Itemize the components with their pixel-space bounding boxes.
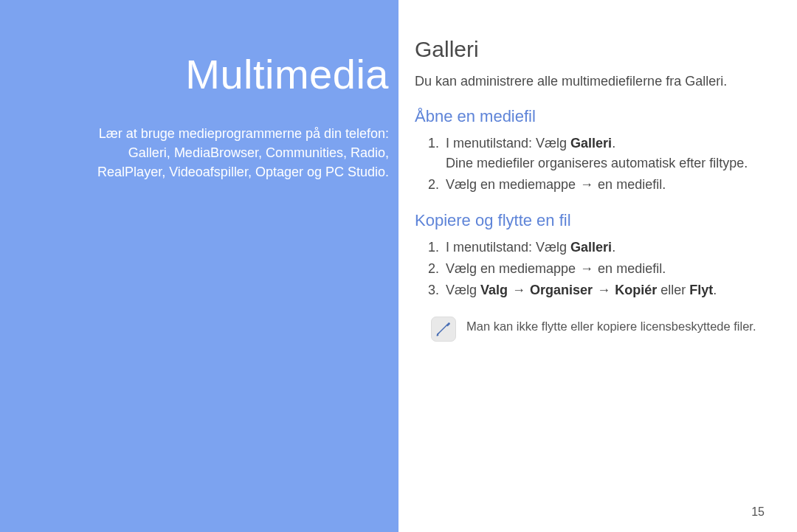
step-item: I menutilstand: Vælg Galleri. [443, 238, 775, 258]
step-text: I menutilstand: Vælg [446, 240, 570, 255]
step-text: Vælg [446, 283, 480, 297]
step-item: Vælg en mediemappe → en mediefil. [443, 259, 775, 279]
step-bold: Kopiér [615, 283, 657, 297]
arrow-icon: → [508, 283, 530, 297]
steps-list: I menutilstand: Vælg Galleri. Vælg en me… [443, 238, 775, 300]
step-text: I menutilstand: Vælg [446, 136, 570, 151]
note-callout: Man kan ikke flytte eller kopiere licens… [431, 317, 775, 342]
page-number: 15 [751, 505, 765, 519]
desc-line: RealPlayer, Videoafspiller, Optager og P… [97, 165, 389, 179]
right-panel: Galleri Du kan administrere alle multime… [398, 0, 797, 532]
step-item: Vælg en mediemappe → en mediefil. [443, 175, 775, 195]
desc-line: Galleri, MediaBrowser, Communities, Radi… [128, 145, 389, 160]
chapter-title: Multimedia [185, 50, 389, 98]
step-text: Vælg en mediemappe [446, 177, 579, 192]
arrow-icon: → [579, 261, 594, 276]
note-text: Man kan ikke flytte eller kopiere licens… [466, 317, 756, 335]
step-text: en mediefil. [594, 261, 666, 276]
steps-list: I menutilstand: Vælg Galleri. Dine medie… [443, 134, 775, 195]
step-text: . [612, 240, 615, 255]
step-bold: Organiser [530, 283, 593, 297]
step-text: Vælg en mediemappe [446, 261, 579, 276]
subsection-heading: Kopiere og flytte en fil [415, 211, 775, 230]
step-bold: Galleri [570, 136, 612, 151]
step-bold: Flyt [689, 283, 713, 297]
section-intro: Du kan administrere alle multimediefiler… [415, 72, 775, 91]
step-text: . [612, 136, 615, 151]
document-page: Multimedia Lær at bruge medieprogrammern… [0, 0, 797, 532]
note-icon [431, 317, 456, 342]
section-heading: Galleri [415, 37, 775, 62]
step-item: I menutilstand: Vælg Galleri. Dine medie… [443, 134, 775, 173]
step-text: . [713, 283, 717, 297]
step-text: en mediefil. [594, 177, 666, 192]
left-panel: Multimedia Lær at bruge medieprogrammern… [0, 0, 398, 532]
arrow-icon: → [593, 283, 615, 297]
arrow-icon: → [579, 177, 594, 192]
subsection-heading: Åbne en mediefil [415, 107, 775, 126]
step-bold: Galleri [570, 240, 612, 255]
step-bold: Valg [480, 283, 508, 297]
step-item: Vælg Valg → Organiser → Kopiér eller Fly… [443, 280, 775, 300]
desc-line: Lær at bruge medieprogrammerne på din te… [99, 126, 389, 141]
step-text: eller [657, 283, 689, 297]
chapter-description: Lær at bruge medieprogrammerne på din te… [15, 124, 389, 182]
step-subtext: Dine mediefiler organiseres automatisk e… [446, 156, 748, 170]
